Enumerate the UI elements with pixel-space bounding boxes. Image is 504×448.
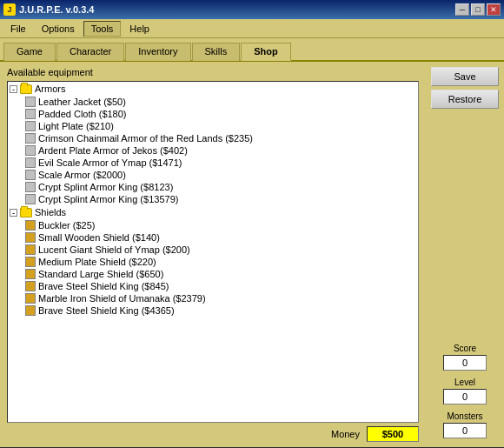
- window-controls: ─ □ ✕: [455, 3, 501, 16]
- score-value: 0: [443, 355, 487, 371]
- level-value: 0: [443, 389, 487, 405]
- close-button[interactable]: ✕: [487, 3, 501, 16]
- item-icon: [25, 305, 36, 316]
- list-item[interactable]: Medium Plate Shield ($220): [23, 256, 418, 268]
- minimize-button[interactable]: ─: [455, 3, 469, 16]
- list-item[interactable]: Brave Steel Shield King ($4365): [23, 304, 418, 317]
- available-label: Available equipment: [7, 67, 419, 77]
- tab-skills[interactable]: Skills: [192, 43, 241, 61]
- level-block: Level 0: [431, 378, 499, 405]
- item-icon: [25, 232, 36, 243]
- menu-file[interactable]: File: [3, 22, 33, 36]
- list-item[interactable]: Standard Large Shield ($650): [23, 268, 418, 280]
- tab-shop[interactable]: Shop: [241, 43, 291, 61]
- item-icon: [25, 194, 36, 204]
- list-item[interactable]: Buckler ($25): [23, 219, 418, 231]
- item-icon: [25, 170, 36, 180]
- list-item[interactable]: Scale Armor ($2000): [23, 169, 418, 181]
- title-bar: J J.U.R.P.E. v.0.3.4 ─ □ ✕: [0, 0, 504, 19]
- level-label: Level: [454, 378, 475, 387]
- item-icon: [25, 220, 36, 231]
- monsters-block: Monsters 0: [431, 411, 499, 438]
- item-icon: [25, 145, 36, 156]
- item-icon: [25, 133, 36, 144]
- right-panel: Save Restore Score 0 Level 0 Monsters 0: [426, 62, 504, 447]
- menu-help[interactable]: Help: [123, 22, 156, 36]
- item-icon: [25, 257, 36, 267]
- list-item[interactable]: Crypt Splint Armor King ($13579): [23, 193, 418, 205]
- item-icon: [25, 269, 36, 279]
- equipment-tree[interactable]: - Armors Leather Jacket ($50) Padded Clo…: [7, 81, 419, 423]
- item-icon: [25, 293, 36, 304]
- armors-items: Leather Jacket ($50) Padded Cloth ($180)…: [8, 96, 418, 205]
- category-shields-label: Shields: [35, 207, 66, 217]
- maximize-button[interactable]: □: [471, 3, 485, 16]
- monsters-label: Monsters: [447, 411, 482, 421]
- expand-armors-icon[interactable]: -: [10, 85, 17, 93]
- money-value: $500: [367, 426, 419, 442]
- money-label: Money: [331, 429, 360, 439]
- list-item[interactable]: Light Plate ($210): [23, 120, 418, 132]
- list-item[interactable]: Ardent Plate Armor of Jekos ($402): [23, 144, 418, 157]
- menu-options[interactable]: Options: [35, 22, 82, 36]
- list-item[interactable]: Crimson Chainmail Armor of the Red Lands…: [23, 132, 418, 144]
- tabs-row: Game Character Inventory Skills Shop: [0, 38, 504, 62]
- list-item[interactable]: Crypt Splint Armor King ($8123): [23, 181, 418, 193]
- tab-character[interactable]: Character: [56, 43, 124, 61]
- list-item[interactable]: Padded Cloth ($180): [23, 108, 418, 120]
- window-title: J.U.R.P.E. v.0.3.4: [19, 4, 94, 15]
- list-item[interactable]: Leather Jacket ($50): [23, 96, 418, 108]
- item-icon: [25, 97, 36, 107]
- item-icon: [25, 182, 36, 192]
- left-panel: Available equipment - Armors Leather Jac…: [0, 62, 426, 447]
- tab-inventory[interactable]: Inventory: [125, 43, 190, 61]
- item-icon: [25, 109, 36, 119]
- main-area: Available equipment - Armors Leather Jac…: [0, 62, 504, 447]
- app-icon: J: [3, 3, 16, 16]
- item-icon: [25, 244, 36, 255]
- item-icon: [25, 281, 36, 291]
- menu-bar: File Options Tools Help: [0, 19, 504, 38]
- list-item[interactable]: Lucent Giant Shield of Ymap ($200): [23, 244, 418, 256]
- item-icon: [25, 121, 36, 131]
- item-icon: [25, 157, 36, 168]
- tab-game[interactable]: Game: [3, 43, 56, 61]
- category-armors-label: Armors: [35, 84, 65, 94]
- folder-icon: [20, 84, 32, 94]
- list-item[interactable]: Brave Steel Shield King ($845): [23, 280, 418, 292]
- expand-shields-icon[interactable]: -: [10, 209, 17, 217]
- category-shields[interactable]: - Shields: [8, 205, 418, 219]
- shields-items: Buckler ($25) Small Wooden Shield ($140)…: [8, 219, 418, 317]
- restore-button[interactable]: Restore: [431, 90, 499, 109]
- bottom-row: Money $500: [7, 426, 419, 442]
- score-label: Score: [454, 344, 476, 353]
- list-item[interactable]: Small Wooden Shield ($140): [23, 231, 418, 244]
- folder-icon: [20, 208, 32, 217]
- menu-tools[interactable]: Tools: [83, 21, 122, 37]
- list-item[interactable]: Marble Iron Shield of Umanaka ($2379): [23, 292, 418, 304]
- list-item[interactable]: Evil Scale Armor of Ymap ($1471): [23, 157, 418, 169]
- score-block: Score 0: [431, 344, 499, 371]
- save-button[interactable]: Save: [431, 67, 499, 86]
- monsters-value: 0: [443, 423, 487, 438]
- category-armors[interactable]: - Armors: [8, 82, 418, 96]
